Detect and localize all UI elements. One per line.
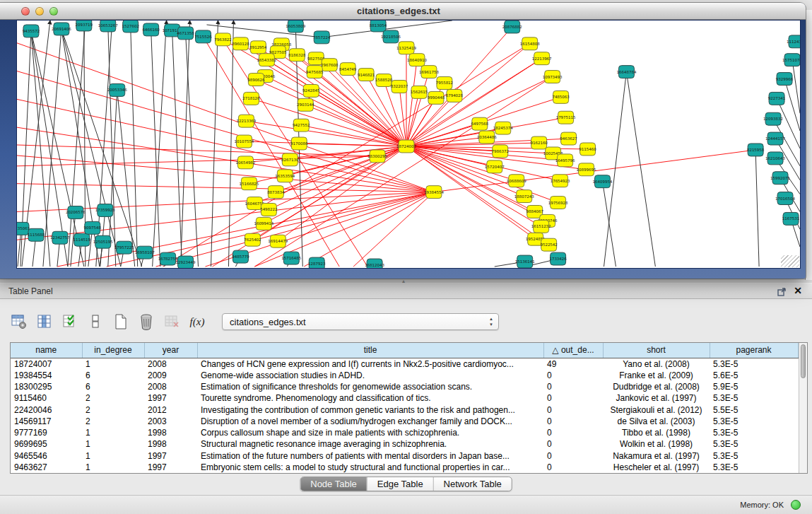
table-cell[interactable]: 18300295 xyxy=(11,381,82,392)
graph-node[interactable]: 10688609 xyxy=(507,175,526,187)
graph-node[interactable]: 20876882 xyxy=(502,21,522,33)
graph-node[interactable]: 6794028 xyxy=(446,89,464,102)
graph-node[interactable]: 16099414 xyxy=(254,217,273,230)
graph-node[interactable]: 9427552 xyxy=(293,119,310,132)
table-cell[interactable]: 1 xyxy=(82,450,144,461)
table-cell[interactable]: 5.3E-5 xyxy=(710,392,798,404)
table-cell[interactable]: 1998 xyxy=(144,438,197,450)
graph-node[interactable]: 11124384 xyxy=(787,35,800,48)
graph-node[interactable]: 9463627 xyxy=(560,132,577,145)
graph-edge[interactable] xyxy=(68,21,86,267)
table-row[interactable]: 1456911722003Disruption of a novel membe… xyxy=(11,416,798,427)
graph-node[interactable]: 17975115 xyxy=(556,111,576,124)
graph-node[interactable]: 1733426 xyxy=(549,252,567,265)
graph-node[interactable]: 8267130 xyxy=(281,153,299,166)
splitter-caret-icon[interactable]: ▴ xyxy=(402,278,405,284)
graph-node[interactable]: 2093719 xyxy=(76,21,93,31)
graph-edge[interactable] xyxy=(399,86,406,146)
graph-edge[interactable] xyxy=(406,72,429,146)
delete-column-button[interactable] xyxy=(137,313,155,331)
table-cell[interactable]: 9777169 xyxy=(11,427,82,438)
graph-edge[interactable] xyxy=(792,60,800,114)
graph-node[interactable]: 19756928 xyxy=(548,197,568,209)
table-cell[interactable]: 0 xyxy=(543,450,603,461)
table-cell[interactable]: Franke et al. (2009) xyxy=(603,370,710,381)
graph-node[interactable]: 18724007 xyxy=(396,140,416,153)
graph-node[interactable]: 1115688 xyxy=(28,228,45,241)
table-cell[interactable]: 2 xyxy=(82,404,144,415)
graph-node[interactable]: 9162160 xyxy=(530,136,548,149)
graph-node[interactable]: 8186328 xyxy=(288,49,306,62)
table-cell[interactable]: 1997 xyxy=(144,462,197,473)
graph-node[interactable]: 16812043 xyxy=(365,259,384,268)
table-cell[interactable]: 18724007 xyxy=(11,358,82,370)
graph-node[interactable]: 15716485 xyxy=(281,252,301,264)
column-header-pagerank[interactable]: pagerank xyxy=(710,343,798,358)
graph-node[interactable]: 4671358 xyxy=(177,27,194,40)
table-cell[interactable]: 5.3E-5 xyxy=(710,462,798,473)
graph-node[interactable]: 2967608 xyxy=(321,59,339,71)
graph-node[interactable]: 7485063 xyxy=(552,90,570,103)
table-cell[interactable]: 1 xyxy=(82,427,144,438)
table-cell[interactable]: 5.9E-5 xyxy=(710,381,798,392)
graph-node[interactable]: 9329966 xyxy=(776,73,794,86)
graph-edge[interactable] xyxy=(755,150,759,267)
table-cell[interactable]: Nakamura et al. (1997) xyxy=(603,450,710,461)
graph-node[interactable]: 16495796 xyxy=(555,154,575,167)
table-cell[interactable]: 6 xyxy=(82,370,144,381)
column-header-in_degree[interactable]: in_degree xyxy=(82,343,144,358)
graph-node[interactable]: 11325419 xyxy=(396,42,416,54)
graph-node[interactable]: 18807243 xyxy=(514,190,534,203)
table-row[interactable]: 977716911998Corpus callosum shape and si… xyxy=(11,427,798,438)
graph-node[interactable]: 9227341 xyxy=(768,92,785,105)
graph-node[interactable]: 1287923 xyxy=(308,257,326,268)
create-column-button[interactable] xyxy=(112,313,130,331)
graph-edge[interactable] xyxy=(285,146,406,176)
table-cell[interactable]: Embryonic stem cells: a model to study s… xyxy=(197,462,543,473)
graph-edge[interactable] xyxy=(304,192,434,267)
table-cell[interactable]: 5.3E-5 xyxy=(710,358,798,370)
graph-node[interactable]: 12505195 xyxy=(93,235,113,248)
graph-edge[interactable] xyxy=(603,182,616,267)
graph-node[interactable]: 12342757 xyxy=(50,231,70,244)
graph-edge[interactable] xyxy=(131,26,138,267)
graph-node[interactable]: 16151232 xyxy=(531,220,551,233)
table-cell[interactable]: 9463627 xyxy=(11,462,82,473)
table-cell[interactable]: Investigating the contribution of common… xyxy=(197,404,543,415)
scrollbar-thumb[interactable] xyxy=(801,344,806,378)
table-cell[interactable]: 2 xyxy=(82,416,144,427)
table-cell[interactable]: 5.3E-5 xyxy=(710,416,798,427)
graph-node[interactable]: 8873834 xyxy=(267,186,285,199)
graph-node[interactable]: 10654982 xyxy=(235,156,255,169)
graph-node[interactable]: 17016504 xyxy=(775,192,795,205)
table-cell[interactable]: 0 xyxy=(543,438,603,450)
graph-node[interactable]: 2903144 xyxy=(297,98,314,111)
table-cell[interactable]: 14569117 xyxy=(11,416,82,427)
graph-node[interactable]: 10653267 xyxy=(98,21,118,32)
close-window-icon[interactable] xyxy=(21,7,30,16)
graph-node[interactable]: 20364486 xyxy=(477,131,497,144)
graph-node[interactable]: 17359928 xyxy=(95,204,115,217)
minimize-window-icon[interactable] xyxy=(35,7,44,16)
table-cell[interactable]: Hescheler et al. (1997) xyxy=(603,462,710,473)
table-cell[interactable]: 1998 xyxy=(144,427,197,438)
table-cell[interactable]: Yano et al. (2008) xyxy=(603,358,710,370)
graph-node[interactable]: 5498222 xyxy=(260,204,277,216)
table-cell[interactable]: 5.3E-5 xyxy=(710,450,798,461)
graph-node[interactable]: 18300295 xyxy=(367,150,387,163)
table-cell[interactable]: 1997 xyxy=(144,392,197,404)
table-cell[interactable]: Genome-wide association studies in ADHD. xyxy=(197,370,543,381)
table-cell[interactable]: 19384554 xyxy=(11,370,82,381)
graph-node[interactable]: 15992071 xyxy=(770,172,790,185)
graph-node[interactable]: 16154808 xyxy=(520,37,540,50)
vertical-scrollbar[interactable] xyxy=(799,343,808,473)
graph-node[interactable]: 12923449 xyxy=(176,256,196,268)
graph-node[interactable]: 9115460 xyxy=(579,143,596,156)
memory-ok-indicator[interactable] xyxy=(791,500,801,510)
graph-node[interactable]: 12444157 xyxy=(765,132,785,145)
graph-edge[interactable] xyxy=(626,72,655,267)
graph-edge[interactable] xyxy=(17,156,377,166)
graph-edge[interactable] xyxy=(153,21,167,267)
graph-node[interactable]: 16543382 xyxy=(257,54,276,66)
graph-node[interactable]: 16053809 xyxy=(286,21,305,33)
